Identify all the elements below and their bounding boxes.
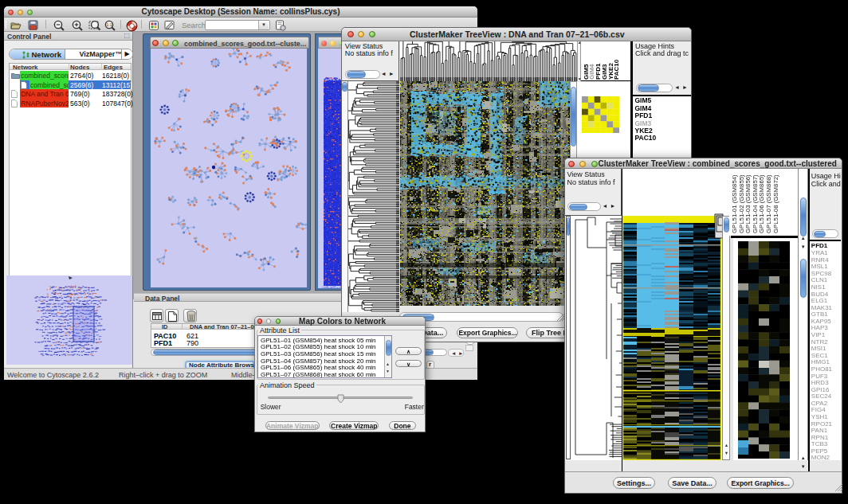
svg-text:1:1: 1:1 <box>107 22 112 27</box>
